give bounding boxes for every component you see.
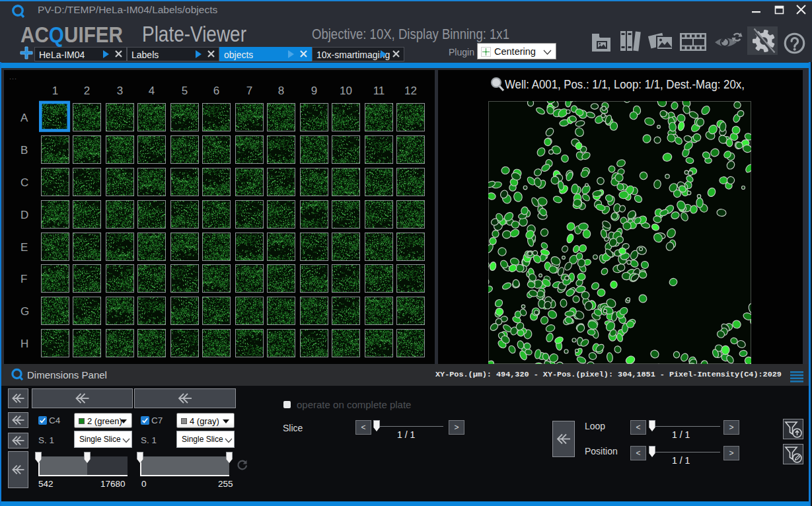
svg-text:1: 1 xyxy=(52,85,58,97)
svg-text:6: 6 xyxy=(213,85,219,97)
svg-text:12: 12 xyxy=(404,85,417,97)
svg-text:E: E xyxy=(20,241,28,254)
svg-text:F: F xyxy=(20,273,27,285)
svg-text:10: 10 xyxy=(340,85,352,97)
svg-text:4: 4 xyxy=(149,85,155,97)
svg-text:8: 8 xyxy=(278,85,284,97)
svg-text:C: C xyxy=(20,176,28,189)
svg-text:3: 3 xyxy=(117,85,123,97)
svg-text:5: 5 xyxy=(182,85,188,97)
svg-text:9: 9 xyxy=(311,85,317,97)
svg-text:11: 11 xyxy=(373,85,385,97)
svg-text:D: D xyxy=(20,209,28,221)
svg-text:2: 2 xyxy=(84,85,90,97)
svg-text:G: G xyxy=(20,305,29,318)
svg-text:B: B xyxy=(20,144,28,157)
svg-text:A: A xyxy=(20,112,28,124)
svg-text:7: 7 xyxy=(246,85,252,97)
svg-text:H: H xyxy=(20,338,28,350)
